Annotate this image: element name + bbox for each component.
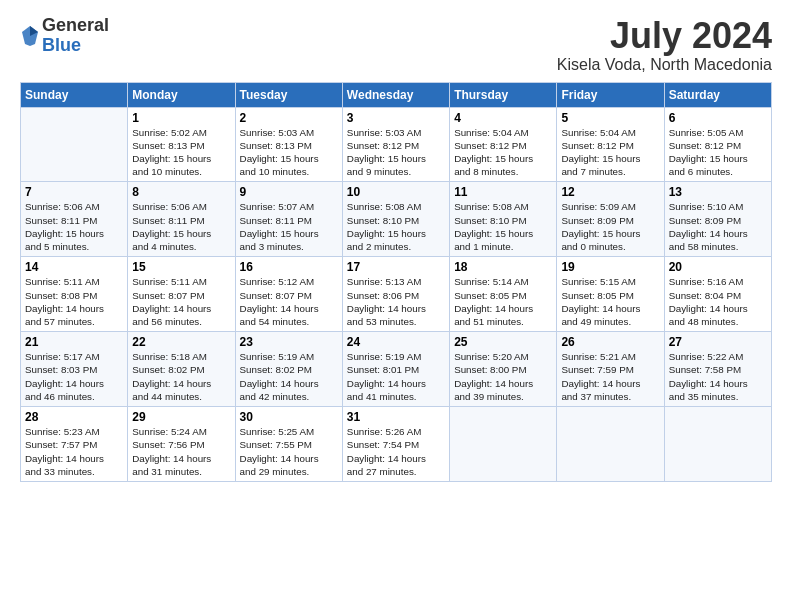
cell-info: Sunrise: 5:03 AM Sunset: 8:12 PM Dayligh… bbox=[347, 126, 445, 179]
cell-info: Sunrise: 5:06 AM Sunset: 8:11 PM Dayligh… bbox=[25, 200, 123, 253]
calendar-cell: 19Sunrise: 5:15 AM Sunset: 8:05 PM Dayli… bbox=[557, 257, 664, 332]
calendar-cell: 11Sunrise: 5:08 AM Sunset: 8:10 PM Dayli… bbox=[450, 182, 557, 257]
calendar-cell bbox=[21, 107, 128, 182]
date-number: 21 bbox=[25, 335, 123, 349]
calendar-cell: 24Sunrise: 5:19 AM Sunset: 8:01 PM Dayli… bbox=[342, 332, 449, 407]
cell-info: Sunrise: 5:06 AM Sunset: 8:11 PM Dayligh… bbox=[132, 200, 230, 253]
date-number: 8 bbox=[132, 185, 230, 199]
date-number: 14 bbox=[25, 260, 123, 274]
cell-info: Sunrise: 5:04 AM Sunset: 8:12 PM Dayligh… bbox=[454, 126, 552, 179]
cell-info: Sunrise: 5:19 AM Sunset: 8:02 PM Dayligh… bbox=[240, 350, 338, 403]
week-row-5: 28Sunrise: 5:23 AM Sunset: 7:57 PM Dayli… bbox=[21, 407, 772, 482]
cell-info: Sunrise: 5:17 AM Sunset: 8:03 PM Dayligh… bbox=[25, 350, 123, 403]
date-number: 12 bbox=[561, 185, 659, 199]
calendar-cell: 12Sunrise: 5:09 AM Sunset: 8:09 PM Dayli… bbox=[557, 182, 664, 257]
cell-info: Sunrise: 5:22 AM Sunset: 7:58 PM Dayligh… bbox=[669, 350, 767, 403]
page: General Blue July 2024 Kisela Voda, Nort… bbox=[0, 0, 792, 612]
cell-info: Sunrise: 5:08 AM Sunset: 8:10 PM Dayligh… bbox=[347, 200, 445, 253]
cell-info: Sunrise: 5:08 AM Sunset: 8:10 PM Dayligh… bbox=[454, 200, 552, 253]
date-number: 6 bbox=[669, 111, 767, 125]
calendar-cell: 29Sunrise: 5:24 AM Sunset: 7:56 PM Dayli… bbox=[128, 407, 235, 482]
subtitle: Kisela Voda, North Macedonia bbox=[557, 56, 772, 74]
cell-info: Sunrise: 5:11 AM Sunset: 8:08 PM Dayligh… bbox=[25, 275, 123, 328]
cell-info: Sunrise: 5:26 AM Sunset: 7:54 PM Dayligh… bbox=[347, 425, 445, 478]
calendar-cell: 3Sunrise: 5:03 AM Sunset: 8:12 PM Daylig… bbox=[342, 107, 449, 182]
date-number: 4 bbox=[454, 111, 552, 125]
cell-info: Sunrise: 5:15 AM Sunset: 8:05 PM Dayligh… bbox=[561, 275, 659, 328]
col-header-wednesday: Wednesday bbox=[342, 82, 449, 107]
col-header-monday: Monday bbox=[128, 82, 235, 107]
calendar-cell bbox=[450, 407, 557, 482]
date-number: 27 bbox=[669, 335, 767, 349]
date-number: 18 bbox=[454, 260, 552, 274]
logo-text: General Blue bbox=[42, 16, 109, 56]
calendar-cell bbox=[664, 407, 771, 482]
cell-info: Sunrise: 5:07 AM Sunset: 8:11 PM Dayligh… bbox=[240, 200, 338, 253]
calendar-cell: 8Sunrise: 5:06 AM Sunset: 8:11 PM Daylig… bbox=[128, 182, 235, 257]
calendar-cell: 10Sunrise: 5:08 AM Sunset: 8:10 PM Dayli… bbox=[342, 182, 449, 257]
date-number: 17 bbox=[347, 260, 445, 274]
calendar-cell: 31Sunrise: 5:26 AM Sunset: 7:54 PM Dayli… bbox=[342, 407, 449, 482]
logo-general: General bbox=[42, 16, 109, 36]
calendar-cell: 17Sunrise: 5:13 AM Sunset: 8:06 PM Dayli… bbox=[342, 257, 449, 332]
col-header-sunday: Sunday bbox=[21, 82, 128, 107]
date-number: 28 bbox=[25, 410, 123, 424]
cell-info: Sunrise: 5:16 AM Sunset: 8:04 PM Dayligh… bbox=[669, 275, 767, 328]
calendar-cell: 16Sunrise: 5:12 AM Sunset: 8:07 PM Dayli… bbox=[235, 257, 342, 332]
date-number: 20 bbox=[669, 260, 767, 274]
week-row-1: 1Sunrise: 5:02 AM Sunset: 8:13 PM Daylig… bbox=[21, 107, 772, 182]
date-number: 5 bbox=[561, 111, 659, 125]
calendar-cell: 6Sunrise: 5:05 AM Sunset: 8:12 PM Daylig… bbox=[664, 107, 771, 182]
date-number: 31 bbox=[347, 410, 445, 424]
date-number: 7 bbox=[25, 185, 123, 199]
calendar-cell: 26Sunrise: 5:21 AM Sunset: 7:59 PM Dayli… bbox=[557, 332, 664, 407]
cell-info: Sunrise: 5:18 AM Sunset: 8:02 PM Dayligh… bbox=[132, 350, 230, 403]
date-number: 2 bbox=[240, 111, 338, 125]
week-row-4: 21Sunrise: 5:17 AM Sunset: 8:03 PM Dayli… bbox=[21, 332, 772, 407]
calendar-cell: 7Sunrise: 5:06 AM Sunset: 8:11 PM Daylig… bbox=[21, 182, 128, 257]
cell-info: Sunrise: 5:21 AM Sunset: 7:59 PM Dayligh… bbox=[561, 350, 659, 403]
date-number: 1 bbox=[132, 111, 230, 125]
calendar-cell: 4Sunrise: 5:04 AM Sunset: 8:12 PM Daylig… bbox=[450, 107, 557, 182]
col-header-tuesday: Tuesday bbox=[235, 82, 342, 107]
col-header-saturday: Saturday bbox=[664, 82, 771, 107]
cell-info: Sunrise: 5:23 AM Sunset: 7:57 PM Dayligh… bbox=[25, 425, 123, 478]
calendar-cell: 28Sunrise: 5:23 AM Sunset: 7:57 PM Dayli… bbox=[21, 407, 128, 482]
date-number: 23 bbox=[240, 335, 338, 349]
main-title: July 2024 bbox=[557, 16, 772, 56]
calendar-cell: 15Sunrise: 5:11 AM Sunset: 8:07 PM Dayli… bbox=[128, 257, 235, 332]
cell-info: Sunrise: 5:25 AM Sunset: 7:55 PM Dayligh… bbox=[240, 425, 338, 478]
date-number: 10 bbox=[347, 185, 445, 199]
calendar-table: SundayMondayTuesdayWednesdayThursdayFrid… bbox=[20, 82, 772, 482]
col-header-friday: Friday bbox=[557, 82, 664, 107]
cell-info: Sunrise: 5:13 AM Sunset: 8:06 PM Dayligh… bbox=[347, 275, 445, 328]
date-number: 29 bbox=[132, 410, 230, 424]
calendar-cell: 22Sunrise: 5:18 AM Sunset: 8:02 PM Dayli… bbox=[128, 332, 235, 407]
cell-info: Sunrise: 5:11 AM Sunset: 8:07 PM Dayligh… bbox=[132, 275, 230, 328]
week-row-3: 14Sunrise: 5:11 AM Sunset: 8:08 PM Dayli… bbox=[21, 257, 772, 332]
calendar-cell: 25Sunrise: 5:20 AM Sunset: 8:00 PM Dayli… bbox=[450, 332, 557, 407]
calendar-cell: 9Sunrise: 5:07 AM Sunset: 8:11 PM Daylig… bbox=[235, 182, 342, 257]
calendar-cell: 20Sunrise: 5:16 AM Sunset: 8:04 PM Dayli… bbox=[664, 257, 771, 332]
header-row: SundayMondayTuesdayWednesdayThursdayFrid… bbox=[21, 82, 772, 107]
logo: General Blue bbox=[20, 16, 109, 56]
calendar-cell: 2Sunrise: 5:03 AM Sunset: 8:13 PM Daylig… bbox=[235, 107, 342, 182]
calendar-cell: 23Sunrise: 5:19 AM Sunset: 8:02 PM Dayli… bbox=[235, 332, 342, 407]
cell-info: Sunrise: 5:12 AM Sunset: 8:07 PM Dayligh… bbox=[240, 275, 338, 328]
cell-info: Sunrise: 5:24 AM Sunset: 7:56 PM Dayligh… bbox=[132, 425, 230, 478]
date-number: 22 bbox=[132, 335, 230, 349]
date-number: 30 bbox=[240, 410, 338, 424]
date-number: 25 bbox=[454, 335, 552, 349]
col-header-thursday: Thursday bbox=[450, 82, 557, 107]
date-number: 15 bbox=[132, 260, 230, 274]
calendar-cell: 18Sunrise: 5:14 AM Sunset: 8:05 PM Dayli… bbox=[450, 257, 557, 332]
calendar-cell: 27Sunrise: 5:22 AM Sunset: 7:58 PM Dayli… bbox=[664, 332, 771, 407]
cell-info: Sunrise: 5:04 AM Sunset: 8:12 PM Dayligh… bbox=[561, 126, 659, 179]
date-number: 26 bbox=[561, 335, 659, 349]
cell-info: Sunrise: 5:20 AM Sunset: 8:00 PM Dayligh… bbox=[454, 350, 552, 403]
date-number: 9 bbox=[240, 185, 338, 199]
cell-info: Sunrise: 5:19 AM Sunset: 8:01 PM Dayligh… bbox=[347, 350, 445, 403]
logo-blue: Blue bbox=[42, 36, 109, 56]
cell-info: Sunrise: 5:05 AM Sunset: 8:12 PM Dayligh… bbox=[669, 126, 767, 179]
cell-info: Sunrise: 5:03 AM Sunset: 8:13 PM Dayligh… bbox=[240, 126, 338, 179]
